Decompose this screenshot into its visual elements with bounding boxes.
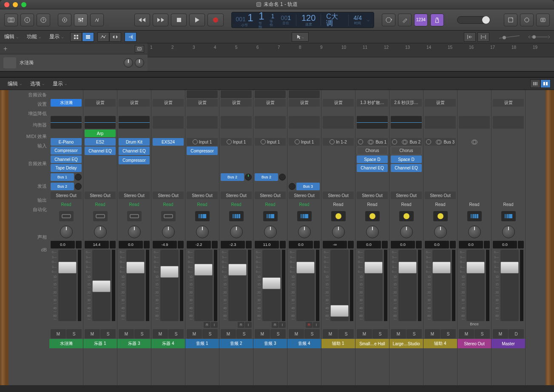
pan-knob[interactable] [230,226,243,238]
pan-knob[interactable] [434,226,447,238]
solo-button[interactable]: S [236,329,252,338]
channel-icon[interactable] [501,211,516,221]
mute-button[interactable]: M [153,329,168,338]
mute-button[interactable]: M [85,329,100,338]
solo-button[interactable]: S [270,329,286,338]
db-value[interactable]: 0.0 [357,241,381,248]
eq-thumbnail[interactable] [493,116,524,129]
solo-button[interactable]: S [100,329,116,338]
automation-mode[interactable]: Read [187,200,218,209]
volume-fader[interactable] [500,250,519,321]
play-button[interactable] [189,14,205,26]
automation-mode[interactable]: Read [85,200,116,209]
audiofx-slot[interactable]: Channel EQ [51,155,82,164]
setting-slot[interactable]: 设置 [221,99,252,107]
input-slot[interactable]: ES2 [85,138,116,146]
audiofx-slot[interactable]: Space D [391,155,422,164]
pointer-tool[interactable]: ⌵ [292,32,309,42]
output-slot[interactable]: Stereo Out [187,192,218,199]
solo-button[interactable]: S [338,329,354,338]
mute-button[interactable]: M [323,329,338,338]
volume-fader[interactable] [126,250,145,321]
automation-mode[interactable]: Read [425,200,456,209]
audio-device-slot[interactable] [289,90,320,98]
setting-slot[interactable]: 设置 [255,99,286,107]
channel-icon[interactable] [365,211,380,221]
input-slot[interactable]: Bus 3 [425,138,456,146]
record-enable[interactable]: R [272,322,278,328]
db-value[interactable]: 0.0 [493,241,517,248]
pan-knob[interactable] [298,226,311,238]
mute-button[interactable]: M [255,329,270,338]
volume-fader[interactable] [398,250,417,321]
input-monitor[interactable]: I [211,322,218,328]
pan-knob[interactable] [162,226,175,238]
loops-button[interactable] [520,14,534,26]
input-slot[interactable]: In 1-2 [323,138,354,146]
help-button[interactable]: ? [37,14,50,26]
automation-mode[interactable]: Read [357,200,388,209]
output-slot[interactable]: Stereo Out [391,192,422,199]
volume-fader[interactable] [92,250,111,321]
eq-thumbnail[interactable] [357,116,388,129]
channel-icon[interactable] [297,211,312,221]
db-value[interactable]: 0.0 [289,241,313,248]
audiofx-slot[interactable]: Compressor [119,156,150,164]
audiofx-slot[interactable]: Channel EQ [391,164,422,172]
audiofx-slot[interactable]: Channel EQ [357,164,388,172]
channel-icon[interactable] [93,211,108,221]
editors-button[interactable] [90,14,104,26]
output-slot[interactable]: Stereo Out [51,192,82,199]
audiofx-slot[interactable]: Channel EQ [85,147,116,155]
mute-button[interactable]: M [493,329,508,338]
eq-thumbnail[interactable] [153,116,184,129]
setting-slot[interactable]: 水涟漪 [51,99,82,107]
mixer-narrow-view[interactable] [530,79,540,88]
eq-thumbnail[interactable] [289,116,320,129]
channel-icon[interactable] [399,211,414,221]
output-slot[interactable]: Stereo Out [85,192,116,199]
solo-button[interactable]: S [474,329,490,338]
channel-name[interactable]: 音频 4 [287,339,321,348]
db-value[interactable]: 14.4 [85,241,109,248]
output-slot[interactable]: Stereo Out [357,192,388,199]
input-slot[interactable]: Input 1 [187,138,218,146]
output-slot[interactable]: Stereo Out [255,192,286,199]
trim-end[interactable] [477,32,489,42]
close-window[interactable] [4,2,9,7]
audiofx-slot[interactable]: Space D [357,155,388,164]
record-enable[interactable]: R [306,322,313,328]
channel-name[interactable]: 乐器 1 [83,339,117,348]
channel-name[interactable]: Master [491,339,525,348]
global-tracks-toggle[interactable] [135,45,144,53]
lcd-display[interactable]: 001 1小节 1节拍 1等份 001音位 120速度 C大调 4/4时间 ⌵ [231,12,374,28]
channel-icon[interactable] [59,211,74,221]
volume-fader[interactable] [466,250,485,321]
channel-icon[interactable] [331,211,346,221]
output-slot[interactable]: Stereo Out [425,192,456,199]
track-header[interactable]: 水涟漪 [0,54,148,71]
output-slot[interactable]: Stereo Out [289,192,320,199]
audio-device-slot[interactable] [221,90,252,98]
mixer-wide-view[interactable] [540,79,551,88]
db-value[interactable]: -∞ [323,241,347,248]
mute-button[interactable]: M [187,329,202,338]
setting-slot[interactable]: 设置 [493,99,524,107]
setting-slot[interactable]: 2.6 秒汉莎… [391,99,422,107]
bounce-button[interactable]: Bnce [459,322,490,329]
pan-knob[interactable] [332,226,345,238]
edit-menu[interactable]: 编辑 [0,33,23,40]
mute-button[interactable]: M [119,329,134,338]
mute-button[interactable]: M [51,329,66,338]
pan-knob[interactable] [94,226,107,238]
pan-knob[interactable] [366,226,379,238]
pan-knob[interactable] [60,226,73,238]
channel-icon[interactable] [195,211,210,221]
metronome-button[interactable] [430,14,444,26]
rewind-button[interactable] [134,14,150,26]
channel-name[interactable]: Large…Studio [389,339,423,348]
input-monitor[interactable]: I [313,322,320,328]
input-slot[interactable]: Input 1 [221,138,252,146]
zoom-window[interactable] [21,2,26,7]
solo-button[interactable]: S [440,329,456,338]
